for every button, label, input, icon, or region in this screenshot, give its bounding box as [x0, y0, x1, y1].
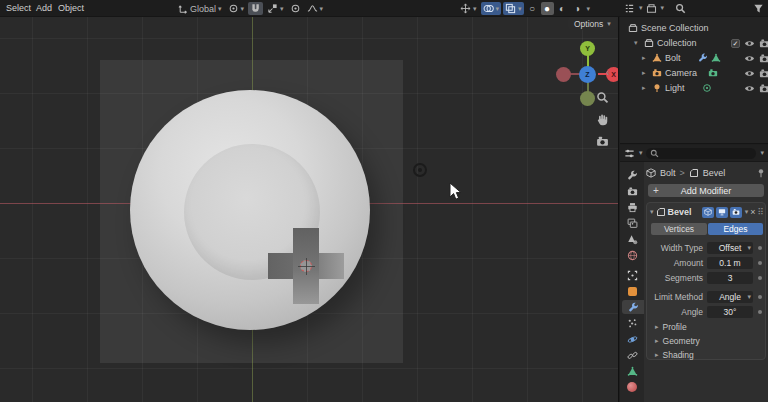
pan-hand-icon[interactable]: [596, 113, 609, 126]
gizmo-axis-y-ball[interactable]: Y: [580, 41, 595, 56]
tab-output[interactable]: [622, 200, 642, 214]
tab-object-data[interactable]: [622, 364, 642, 378]
outliner-row-camera[interactable]: ▸ Camera: [642, 66, 718, 80]
close-icon[interactable]: ×: [750, 207, 755, 217]
subpanel-profile[interactable]: ▸ Profile: [655, 322, 687, 332]
tab-material[interactable]: [622, 380, 642, 394]
outliner-row-bolt[interactable]: ▸ Bolt: [642, 51, 721, 65]
viewport-canvas[interactable]: Options ▾ Y X Z ‹: [0, 17, 619, 402]
animate-dot[interactable]: [758, 310, 762, 314]
tab-constraints[interactable]: [622, 348, 642, 362]
snap-target-icon: [267, 3, 278, 14]
snap-toggle[interactable]: [248, 2, 263, 15]
expand-arrow-icon[interactable]: ▾: [634, 39, 641, 47]
camera-render-icon[interactable]: [759, 38, 768, 49]
segments-field[interactable]: 3: [707, 272, 753, 284]
angle-field[interactable]: 30°: [707, 306, 753, 318]
camera-render-icon[interactable]: [759, 53, 768, 64]
tab-view-layer[interactable]: [622, 216, 642, 230]
tab-object[interactable]: [622, 268, 642, 282]
zoom-tool-icon[interactable]: [596, 91, 609, 104]
outliner-row-light[interactable]: ▸ Light: [642, 81, 712, 95]
subpanel-geometry[interactable]: ▸ Geometry: [655, 336, 700, 346]
gizmo-axis-neg-x-ball[interactable]: [556, 67, 571, 82]
xray-toggle[interactable]: ▾: [503, 2, 524, 15]
eye-icon[interactable]: [744, 53, 755, 64]
shading-material-button[interactable]: ◐: [556, 2, 569, 15]
pin-icon[interactable]: [756, 168, 766, 178]
outliner-panel: Scene Collection ▾ Collection ✓ ▸ Bolt ▸: [620, 17, 768, 144]
eye-icon[interactable]: [744, 68, 755, 79]
tab-object-properties[interactable]: [622, 284, 642, 298]
camera-render-icon[interactable]: [759, 68, 768, 79]
show-overlays-toggle[interactable]: ▾: [481, 2, 502, 15]
display-mode-icon[interactable]: [646, 3, 657, 14]
breadcrumb-object[interactable]: Bolt: [660, 168, 676, 178]
gizmo-axis-z-ball[interactable]: Z: [579, 66, 596, 83]
modifier-name[interactable]: Bevel: [668, 207, 692, 217]
drag-handle-icon[interactable]: ⠿: [757, 207, 763, 217]
tab-modifiers[interactable]: [622, 300, 644, 314]
expand-arrow-icon[interactable]: ▸: [642, 54, 649, 62]
collapse-arrow-icon[interactable]: ▾: [650, 208, 654, 216]
width-type-row: Width Type Offset ▾: [649, 241, 765, 254]
subpanel-shading[interactable]: ▸ Shading: [655, 350, 694, 360]
tab-scene[interactable]: [622, 232, 642, 246]
shading-rendered-button[interactable]: ◑: [571, 2, 584, 15]
outliner-row-collection[interactable]: ▾ Collection: [634, 36, 697, 50]
overlays-icon: [483, 3, 494, 14]
amount-field[interactable]: 0.1 m: [707, 257, 753, 269]
width-type-dropdown[interactable]: Offset ▾: [707, 242, 753, 254]
outliner-row-scene-collection[interactable]: Scene Collection: [628, 21, 709, 35]
tab-render[interactable]: [622, 184, 642, 198]
proportional-editing-toggle[interactable]: [288, 2, 303, 15]
animate-dot[interactable]: [758, 295, 762, 299]
shading-wireframe-button[interactable]: ○: [526, 2, 539, 15]
options-dropdown[interactable]: Options ▾: [568, 17, 617, 30]
falloff-dropdown[interactable]: ▾: [305, 2, 326, 15]
add-modifier-button[interactable]: + Add Modifier: [648, 184, 764, 197]
transform-orientation-dropdown[interactable]: Global ▾: [176, 2, 224, 15]
animate-dot[interactable]: [758, 276, 762, 280]
snap-with-dropdown[interactable]: ▾: [265, 2, 286, 15]
affect-vertices-button[interactable]: Vertices: [651, 223, 707, 235]
shading-solid-button[interactable]: ●: [541, 2, 554, 15]
camera-render-icon[interactable]: [759, 83, 768, 94]
render-display-toggle[interactable]: [730, 207, 742, 218]
chevron-down-icon: ▾: [218, 5, 222, 13]
limit-method-row: Limit Method Angle ▾: [649, 290, 765, 303]
bolt-object[interactable]: [130, 90, 370, 330]
animate-dot[interactable]: [758, 246, 762, 250]
tab-particles[interactable]: [622, 316, 642, 330]
falloff-curve-icon: [307, 3, 318, 14]
breadcrumb-modifier[interactable]: Bevel: [703, 168, 726, 178]
edit-mode-display-toggle[interactable]: [702, 207, 714, 218]
show-gizmo-dropdown[interactable]: ▾: [458, 2, 479, 15]
limit-method-dropdown[interactable]: Angle ▾: [707, 291, 753, 303]
pivot-point-dropdown[interactable]: ▾: [226, 2, 247, 15]
tab-physics[interactable]: [622, 332, 642, 346]
light-object[interactable]: [413, 163, 427, 177]
filter-funnel-icon[interactable]: [753, 3, 764, 14]
breadcrumb: Bolt > Bevel: [646, 167, 766, 179]
expand-arrow-icon[interactable]: ▸: [642, 84, 649, 92]
collection-checkbox[interactable]: ✓: [731, 39, 740, 48]
tab-world[interactable]: [622, 248, 642, 262]
realtime-display-toggle[interactable]: [716, 207, 728, 218]
tab-tool[interactable]: [622, 168, 642, 182]
sidebar-collapse-arrow[interactable]: ‹: [606, 67, 609, 78]
filter-collection-icon[interactable]: [624, 3, 635, 14]
animate-dot[interactable]: [758, 261, 762, 265]
scene-collection-icon: [628, 23, 638, 33]
eye-icon[interactable]: [744, 83, 755, 94]
add-modifier-label: Add Modifier: [681, 186, 732, 196]
affect-edges-button[interactable]: Edges: [708, 223, 763, 235]
properties-editor-icon[interactable]: [624, 148, 635, 159]
expand-arrow-icon[interactable]: ▸: [642, 69, 649, 77]
search-icon[interactable]: [675, 3, 686, 14]
extras-dropdown-icon[interactable]: ▾: [745, 208, 749, 216]
camera-view-icon[interactable]: [596, 135, 609, 148]
menu-object[interactable]: Object: [52, 0, 90, 17]
eye-icon[interactable]: [744, 38, 755, 49]
properties-search-input[interactable]: [646, 148, 757, 159]
